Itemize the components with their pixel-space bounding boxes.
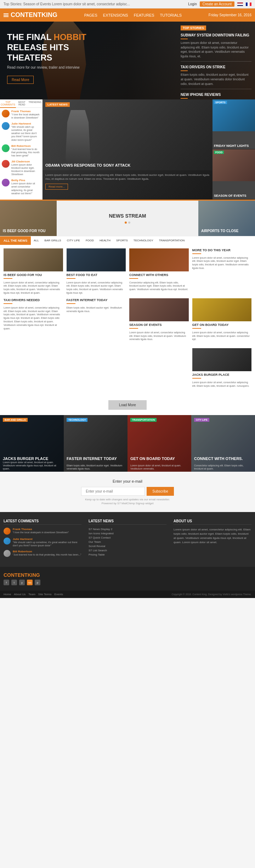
- pinterest-icon[interactable]: p: [35, 580, 40, 585]
- bottom-link-terms[interactable]: Site Terms: [38, 593, 52, 596]
- footer-news-link-0[interactable]: S7 News Display 2: [89, 528, 166, 531]
- category-technology[interactable]: TECHNOLOGY: [131, 236, 156, 245]
- bottom-bar: Home About Us Team Site Terms Events Cop…: [0, 591, 255, 598]
- feat-text-1: Lorem ipsum dolor sit amet, tincidunt at…: [3, 461, 61, 470]
- categories-bar: ALL BAR GRILLS CITY LIFE FOOD HEALTH SPO…: [31, 236, 255, 245]
- footer-news-link-3[interactable]: Our Team: [89, 540, 166, 544]
- footer-news-link-1[interactable]: Ion Icons Integrated: [89, 532, 166, 535]
- category-city-life[interactable]: CITY LIFE: [64, 236, 83, 245]
- login-link[interactable]: Login: [188, 2, 197, 6]
- menu-icon[interactable]: [4, 13, 8, 17]
- bottom-link-home[interactable]: Home: [4, 593, 11, 596]
- footer-news-link-6[interactable]: Pricing Table: [89, 553, 166, 556]
- flag-fr: [246, 2, 251, 6]
- nav-extensions[interactable]: EXTENSIONS: [103, 13, 128, 17]
- news-grid: IS BEEF GOOD FOR YOU Lorem ipsum dolor s…: [0, 245, 255, 395]
- top-stories-badge: TOP STORIES: [181, 25, 206, 30]
- tab-top-comments[interactable]: TOPCOMMENTS: [0, 99, 16, 108]
- footer-about-col: About Us Lorem ipsum dolor sit amet, con…: [174, 519, 251, 560]
- comment-item: Frank Thomas "I love the local skatepark…: [2, 110, 40, 119]
- footer-news-link-5[interactable]: S7 List Search: [89, 549, 166, 552]
- footer-comments-title: Latest Comments: [4, 519, 81, 525]
- hero-subtitle: Read more for our review, trailer and in…: [7, 65, 170, 69]
- rss-icon[interactable]: rss: [27, 580, 33, 585]
- center-news-text: Lorem ipsum dolor sit amet, consectetur …: [42, 170, 212, 184]
- twitter-icon[interactable]: t: [11, 580, 17, 585]
- bottom-link-team[interactable]: Team: [28, 593, 35, 596]
- feat-text-2: Etiam turpis odio, tincidunt auctor eget…: [67, 464, 125, 470]
- avatar: [2, 179, 10, 186]
- nav-tutorials[interactable]: TUTORIALS: [160, 13, 182, 17]
- footer-about-text: Lorem ipsum dolor sit amet, consectetur …: [174, 528, 251, 545]
- main-nav: PAGES EXTENSIONS FEATURES TUTORIALS: [84, 13, 182, 17]
- load-more-button[interactable]: Load More: [108, 400, 147, 410]
- latest-news-badge: LATEST NEWS: [45, 102, 70, 107]
- comments-tabs: TOPCOMMENTS MOSTREAD TRENDING: [0, 99, 42, 108]
- top-stories-text: Season of Events Lorem ipsum dolor sit a…: [23, 2, 130, 6]
- footer-news-link-4[interactable]: Scroll Reveal: [89, 545, 166, 548]
- all-news-label: ALL THE NEWS: [0, 236, 31, 245]
- top-bar: Top Stories: Season of Events Lorem ipsu…: [0, 0, 255, 8]
- top-stories-ticker: Top Stories: Season of Events Lorem ipsu…: [4, 2, 130, 6]
- news-stream-section: IS BEEF GOOD FOR YOU NEWS STREAM AIRPORT…: [0, 200, 255, 236]
- footer-comment-2: Julie Hartment "We should catch up somet…: [4, 538, 81, 547]
- featured-item-2: TECHNOLOGY FASTER INTERNET TODAY Etiam t…: [64, 415, 128, 472]
- create-account-button[interactable]: Create an Account: [200, 1, 234, 7]
- load-more-section: Load More: [0, 395, 255, 415]
- tab-trending[interactable]: TRENDING: [28, 99, 42, 108]
- comment-list: Frank Thomas "I love the local skatepark…: [0, 108, 42, 200]
- dot-1: [125, 222, 127, 224]
- news-card-food: BEST FOOD TO EAT Lorem ipsum dolor sit a…: [67, 248, 126, 295]
- tab-most-read[interactable]: MOSTREAD: [16, 99, 28, 108]
- feat-badge-1: BAR AND GRILLS: [3, 418, 28, 422]
- news-row-2: TAXI DRIVERS NEEDED Lorem ipsum dolor si…: [4, 298, 251, 345]
- news-card-beef: IS BEEF GOOD FOR YOU Lorem ipsum dolor s…: [4, 248, 63, 295]
- stream-item-left: IS BEEF GOOD FOR YOU: [0, 201, 57, 236]
- news-card-empty3: [129, 348, 189, 388]
- news-card-jacks: JACKS BURGER PLACE Lorem ipsum dolor sit…: [192, 348, 252, 388]
- category-bar-grills[interactable]: BAR GRILLS: [42, 236, 64, 245]
- bottom-link-events[interactable]: Events: [54, 593, 63, 596]
- logo-text: CONTENTKING: [11, 11, 57, 19]
- hero-stories: TOP STORIES SUBWAY SYSTEM DOWNTOWN FAILI…: [177, 22, 255, 99]
- center-news-title: OBAMA VOWS RESPONSE TO SONY ATTACK: [45, 163, 210, 167]
- feat-badge-3: TRANSPORTATION: [130, 418, 157, 422]
- category-transportation[interactable]: TRANSPORTATION: [156, 236, 187, 245]
- category-food[interactable]: FOOD: [83, 236, 97, 245]
- news-row-1: IS BEEF GOOD FOR YOU Lorem ipsum dolor s…: [4, 248, 251, 295]
- news-stream-center: NEWS STREAM: [57, 201, 198, 236]
- header: CONTENTKING PAGES EXTENSIONS FEATURES TU…: [0, 8, 255, 22]
- footer-news-col: Latest News S7 News Display 2 Ion Icons …: [89, 519, 166, 560]
- newsletter-email-input[interactable]: [81, 487, 145, 496]
- newsletter-subscribe-button[interactable]: Subscribe: [147, 487, 174, 496]
- category-sports[interactable]: SPORTS: [113, 236, 131, 245]
- newsletter-powered: Powered by S7 MailChimp Signup widget: [7, 502, 248, 505]
- nav-features[interactable]: FEATURES: [134, 13, 154, 17]
- read-more-button[interactable]: Read more...: [45, 184, 68, 190]
- feat-badge-4: CITY LIFE: [194, 418, 209, 422]
- featured-bottom: BAR AND GRILLS JACKS BURGER PLACE Lorem …: [0, 415, 255, 472]
- story-item-2: TAXI DRIVERS ON STRIKE Etiam turpis odio…: [181, 65, 251, 89]
- feat-title-3: GET ON BOARD TODAY: [130, 456, 188, 461]
- feat-title-2: FASTER INTERNET TODAY: [67, 456, 125, 461]
- footer-news-link-2[interactable]: S7 Quick Contact: [89, 536, 166, 539]
- footer-logo: CONTENTKING: [4, 572, 251, 578]
- bottom-nav: Home About Us Team Site Terms Events: [4, 593, 63, 596]
- news-card-empty: [4, 348, 63, 388]
- comments-sidebar: TOPCOMMENTS MOSTREAD TRENDING Frank Thom…: [0, 99, 42, 200]
- footer-about-title: About Us: [174, 519, 251, 525]
- hero-read-more-button[interactable]: Read More: [7, 76, 34, 84]
- category-health[interactable]: HEALTH: [97, 236, 113, 245]
- newsletter-form: Subscribe: [7, 487, 248, 496]
- news-card-season: SEASON OF EVENTS Lorem ipsum dolor sit a…: [129, 298, 189, 341]
- dot-2: [128, 222, 130, 224]
- category-all[interactable]: ALL: [31, 236, 41, 245]
- newsletter-section: Enter your e-mail Subscribe Keep up to d…: [0, 472, 255, 512]
- nav-pages[interactable]: PAGES: [84, 13, 97, 17]
- youtube-icon[interactable]: y: [19, 580, 25, 585]
- avatar: [2, 160, 10, 168]
- comment-item: Bill Robertson "Just learned how to do t…: [2, 144, 40, 157]
- bottom-link-about[interactable]: About Us: [14, 593, 26, 596]
- hero-section: THE FINAL HOBBIT RELEASE HITS THEATERS R…: [0, 22, 255, 99]
- facebook-icon[interactable]: f: [4, 580, 9, 585]
